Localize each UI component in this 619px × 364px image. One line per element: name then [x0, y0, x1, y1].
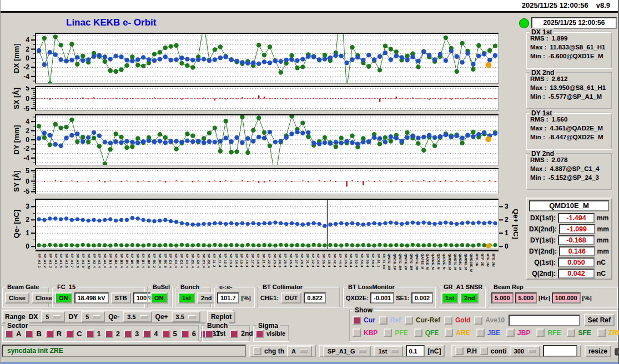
- monitor-row-label: Q(2nd):: [529, 270, 556, 277]
- camera-icon: [615, 346, 619, 356]
- range-dy-dropdown[interactable]: 5: [81, 311, 105, 322]
- x-axis-label: QMD6E_M: [448, 254, 451, 270]
- dy-2nd-title: DY 2nd: [530, 150, 556, 158]
- sector-checkbox-1[interactable]: [86, 330, 94, 338]
- range-dx-dropdown[interactable]: 5: [41, 311, 65, 322]
- sector-checkbox-2[interactable]: [105, 330, 113, 338]
- x-axis-label: SP_15_4: [240, 254, 243, 267]
- status-bar: syncdata init ZRE chg th A SP_A1_G 1st […: [2, 343, 616, 358]
- x-axis-label: SP_A1_4: [54, 254, 58, 268]
- sigma-checkbox-visible[interactable]: [255, 330, 264, 338]
- ee-ratio-readout: 101.7: [217, 292, 239, 304]
- sector-checkbox-R[interactable]: [46, 330, 54, 338]
- show-checkbox-KBP[interactable]: [353, 328, 361, 337]
- sector-checkbox-5[interactable]: [162, 330, 170, 338]
- che1-out-button[interactable]: OUT: [281, 292, 301, 304]
- sector-checkbox-3[interactable]: [124, 330, 132, 338]
- monitor-row-unit: mm: [597, 247, 609, 255]
- monitor-row-value: 0.042: [558, 269, 595, 279]
- svg-text:Qe- [nC]: Qe- [nC]: [12, 210, 21, 238]
- x-axis-label: QWDE_2M: [404, 254, 407, 270]
- show-checkbox-SFE[interactable]: [567, 328, 575, 337]
- dropdown-indicator: [188, 315, 196, 318]
- beam-gate-close-button-1[interactable]: Close: [5, 292, 29, 304]
- dx-plot[interactable]: 420-2-4DX [mm]: [12, 33, 506, 84]
- conti-checkbox[interactable]: [480, 347, 488, 355]
- bpm-monitor-panel: QMD10E_M DX(1st):-1.494mmDX(2nd):-1.099m…: [526, 198, 612, 280]
- sector-checkbox-6[interactable]: [181, 330, 189, 338]
- sy-plot[interactable]: 50-5SY [Å]: [12, 168, 506, 194]
- sector-item-1: 1: [86, 330, 101, 338]
- fc15-on-button[interactable]: ON: [55, 292, 72, 304]
- ref-name-input[interactable]: [509, 315, 580, 326]
- show-checkbox-ZRE[interactable]: [597, 328, 606, 337]
- titlebar-version: v8.9: [596, 1, 610, 9]
- x-axis-label: SP_18_4: [256, 254, 260, 267]
- count-input[interactable]: [543, 345, 577, 357]
- dy-plot[interactable]: 420-2-4DY [mm]: [12, 114, 506, 165]
- dropdown-indicator: [300, 350, 308, 353]
- show-checkbox-ARE[interactable]: [445, 328, 453, 337]
- show-checkbox-JBE[interactable]: [476, 328, 485, 337]
- show-checkbox-Gold[interactable]: [444, 316, 452, 325]
- range-qem-dropdown[interactable]: 3.5: [123, 311, 152, 322]
- bunch-1st-button[interactable]: 1st: [178, 292, 195, 304]
- status-led: [519, 18, 529, 28]
- threshold-input[interactable]: [406, 345, 425, 357]
- range-qep-dropdown[interactable]: 3.5: [172, 311, 200, 322]
- show-checkbox-JBP[interactable]: [506, 328, 515, 337]
- show-item-Gold: Gold: [444, 316, 470, 325]
- dy1-max: Max :4.361@QAD2E_M: [527, 125, 611, 132]
- show-item-SFE: SFE: [567, 328, 591, 337]
- ph-checkbox[interactable]: [455, 347, 464, 355]
- x-axis-label: SP_31_4: [306, 254, 309, 267]
- x-axis-label: SP_B1_4: [109, 254, 112, 268]
- show-label-JBP: JBP: [517, 329, 530, 337]
- bunch-dropdown[interactable]: 1st: [374, 346, 403, 357]
- svg-text:-5: -5: [23, 105, 29, 111]
- x-axis-label: SP_A3_4: [98, 254, 101, 268]
- camera-button[interactable]: [615, 346, 619, 356]
- qxd2e-label: QXD2E:: [346, 295, 369, 301]
- sigma-group: Sigma visible: [253, 325, 289, 342]
- set-ref-button[interactable]: Set Ref: [584, 314, 615, 326]
- fc15-stb-button[interactable]: STB: [111, 292, 131, 304]
- replot-button[interactable]: Replot: [207, 311, 235, 323]
- sector-checkbox-4[interactable]: [143, 330, 151, 338]
- sector-label-6: 6: [192, 330, 196, 338]
- chg-th-dropdown[interactable]: A: [287, 346, 312, 357]
- show-checkbox-RFE[interactable]: [536, 328, 545, 337]
- sector-label-2: 2: [116, 330, 120, 338]
- x-axis-label: SP_34_4: [316, 254, 320, 267]
- show-checkbox-Ref[interactable]: [379, 316, 387, 325]
- x-axis-label: SP_C3_4: [180, 254, 183, 268]
- snsr-1st-button[interactable]: 1st: [441, 292, 458, 304]
- x-axis-label: SP_22_4: [268, 254, 271, 267]
- x-axis-label: SP_A1_M: [87, 254, 90, 269]
- show-checkbox-Cur[interactable]: [353, 316, 361, 325]
- show-checkbox-QFE[interactable]: [414, 328, 422, 337]
- show-label-SFE: SFE: [578, 329, 591, 337]
- snsr-2nd-button[interactable]: 2nd: [460, 292, 479, 304]
- resize-button[interactable]: resize: [585, 345, 611, 357]
- sector-checkbox-C[interactable]: [66, 330, 74, 338]
- bunch-checkbox-1st[interactable]: [205, 330, 213, 338]
- x-axis-label: SP_46_4: [344, 254, 348, 267]
- sector-checkbox-B[interactable]: [25, 330, 33, 338]
- gr-a1-snsr-title: GR_A1 SNSR: [442, 284, 484, 290]
- charge-plot[interactable]: 32103210Qe- [nC]Qe+ [nC]: [12, 199, 518, 249]
- show-checkbox-Ave10[interactable]: [474, 316, 482, 325]
- bunch-checkbox-2nd[interactable]: [230, 330, 238, 338]
- sector-checkbox-A[interactable]: [5, 330, 13, 338]
- chg-th-checkbox[interactable]: [253, 347, 261, 355]
- show-item-Ref: Ref: [379, 316, 401, 325]
- sx-plot[interactable]: 50-5SX [Å]: [12, 86, 506, 111]
- count-dropdown[interactable]: 300: [510, 346, 540, 357]
- device-dropdown[interactable]: SP_A1_G: [323, 346, 371, 357]
- dy-1st-title: DY 1st: [530, 109, 553, 117]
- busel-on-button[interactable]: ON: [150, 292, 168, 304]
- show-checkbox-PFE[interactable]: [384, 328, 392, 337]
- bunch-2nd-button[interactable]: 2nd: [197, 292, 216, 304]
- svg-text:0: 0: [26, 54, 29, 62]
- show-checkbox-Cur-Ref[interactable]: [405, 316, 413, 325]
